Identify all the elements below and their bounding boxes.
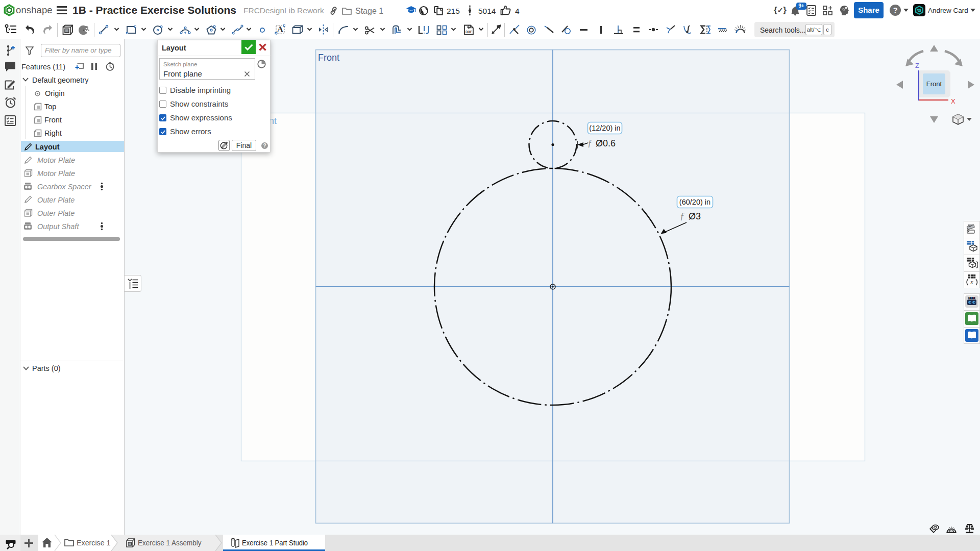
svg-text:Front: Front xyxy=(318,53,339,63)
svg-text:x: x xyxy=(970,279,973,286)
svg-text:(60/20) in: (60/20) in xyxy=(679,198,710,206)
svg-text:ƒ: ƒ xyxy=(587,138,592,148)
svg-text:Z: Z xyxy=(915,62,919,69)
svg-text:ƒ: ƒ xyxy=(680,211,684,221)
svg-text:DXF: DXF xyxy=(465,30,472,34)
svg-text:Ø3: Ø3 xyxy=(689,211,701,221)
svg-text:(12/20) in: (12/20) in xyxy=(589,124,620,132)
svg-text:Front: Front xyxy=(926,80,942,88)
svg-text:X: X xyxy=(951,97,955,105)
svg-text:A: A xyxy=(277,24,284,34)
svg-text:Ø0.6: Ø0.6 xyxy=(596,138,616,148)
